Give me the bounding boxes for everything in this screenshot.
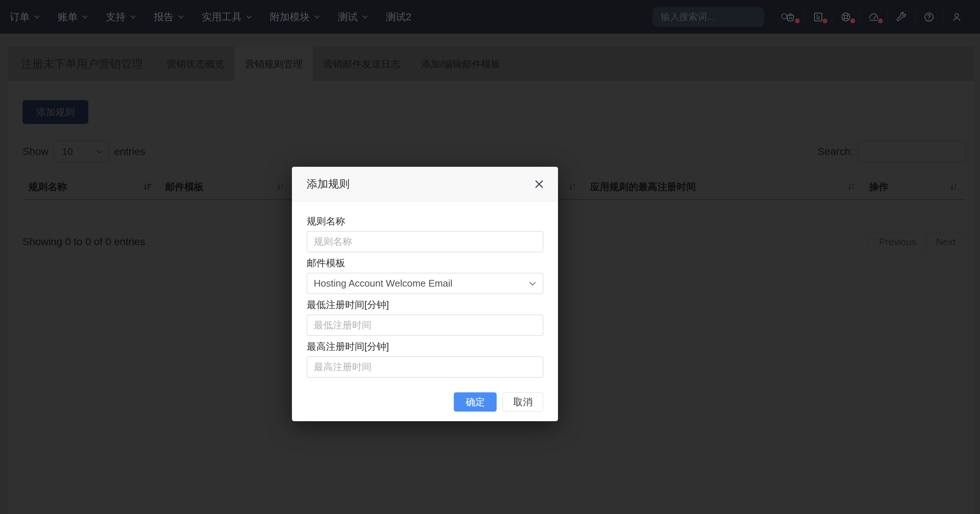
- rule-name-label: 规则名称: [307, 215, 543, 227]
- min-register-time-input[interactable]: [307, 315, 543, 336]
- modal-title: 添加规则: [307, 177, 350, 192]
- email-template-label: 邮件模板: [307, 257, 543, 269]
- email-template-select[interactable]: Hosting Account Welcome Email: [307, 273, 543, 294]
- modal-body: 规则名称 邮件模板 Hosting Account Welcome Email …: [292, 201, 558, 421]
- email-template-value: Hosting Account Welcome Email: [314, 278, 452, 289]
- modal-header: 添加规则: [292, 167, 558, 201]
- rule-name-input[interactable]: [307, 231, 543, 252]
- chevron-down-icon: [529, 281, 536, 286]
- modal-footer: 确定 取消: [307, 392, 543, 412]
- max-register-time-label: 最高注册时间[分钟]: [307, 340, 543, 353]
- close-icon[interactable]: [531, 176, 547, 192]
- confirm-button[interactable]: 确定: [454, 392, 496, 412]
- add-rule-modal: 添加规则 规则名称 邮件模板 Hosting Account Welcome E…: [292, 167, 558, 421]
- max-register-time-input[interactable]: [307, 356, 543, 378]
- min-register-time-label: 最低注册时间[分钟]: [307, 299, 543, 311]
- cancel-button[interactable]: 取消: [503, 392, 543, 412]
